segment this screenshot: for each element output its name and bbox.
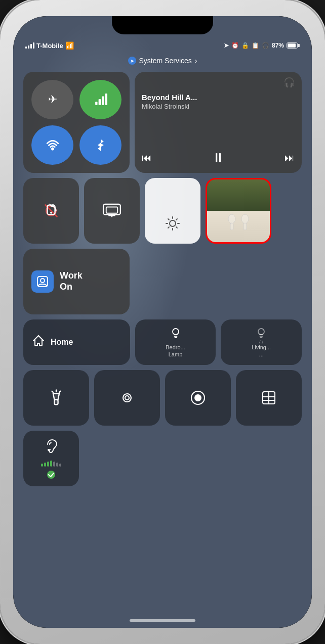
svg-line-31 <box>59 391 60 392</box>
location-icon: ➤ <box>224 42 229 49</box>
wifi-button[interactable] <box>31 125 73 165</box>
system-services-label: System Services <box>139 57 192 65</box>
svg-rect-3 <box>105 94 107 105</box>
work-on-row: Work On <box>23 249 302 314</box>
svg-point-7 <box>50 212 52 214</box>
hearing-button[interactable] <box>23 431 79 486</box>
airpods-battery-tile[interactable] <box>206 178 271 244</box>
svg-line-16 <box>176 227 177 228</box>
svg-point-25 <box>173 329 179 335</box>
svg-point-10 <box>170 220 176 226</box>
living-room-label: Living... ... <box>252 344 271 357</box>
svg-rect-9 <box>106 207 118 213</box>
bluetooth-button[interactable] <box>79 125 121 165</box>
airpods-small-icon: 🎧 <box>283 77 295 88</box>
svg-line-15 <box>168 219 169 220</box>
system-services-row[interactable]: ➤ System Services › <box>13 57 312 65</box>
airpods-icon <box>223 209 254 235</box>
svg-point-19 <box>228 214 235 223</box>
airplane-mode-button[interactable]: ✈ <box>31 80 73 119</box>
flashlight-button[interactable] <box>23 370 89 426</box>
hearing-icon <box>44 437 59 455</box>
home-button[interactable]: Home <box>23 319 130 365</box>
chevron-right-icon: › <box>195 57 197 65</box>
status-right: ➤ ⏰ 🔒 📋 🎧 87% <box>224 42 300 49</box>
song-artist: Mikolai Stroinski <box>142 103 295 110</box>
svg-rect-28 <box>54 400 58 405</box>
brightness-slider[interactable] <box>145 178 200 244</box>
bedroom-lamp-button[interactable]: Bedro... Lamp <box>135 319 216 365</box>
home-icon <box>31 334 46 351</box>
home-row: Home Bedro... <box>23 319 302 365</box>
home-indicator[interactable] <box>130 619 195 622</box>
svg-point-35 <box>194 394 201 401</box>
wifi-icon: 📶 <box>65 41 74 50</box>
carrier-label: T-Mobile <box>36 42 63 50</box>
status-left: T-Mobile 📶 <box>25 41 74 50</box>
svg-point-26 <box>258 329 264 335</box>
svg-rect-1 <box>98 99 100 105</box>
svg-line-30 <box>52 391 53 392</box>
signal-strength <box>25 42 34 49</box>
svg-line-18 <box>168 227 169 228</box>
lock-icon: 🔒 <box>241 42 249 49</box>
battery-indicator <box>287 42 300 49</box>
svg-rect-22 <box>243 223 247 230</box>
svg-rect-0 <box>95 102 97 105</box>
notch <box>112 16 213 34</box>
checkmark-icon <box>46 470 56 480</box>
phone-screen: T-Mobile 📶 ➤ ⏰ 🔒 📋 🎧 87% <box>13 16 312 628</box>
status-bar: T-Mobile 📶 ➤ ⏰ 🔒 📋 🎧 87% <box>13 38 312 53</box>
phone-frame: T-Mobile 📶 ➤ ⏰ 🔒 📋 🎧 87% <box>0 0 325 644</box>
top-row: ✈ <box>23 72 302 173</box>
alarm-icon: ⏰ <box>231 42 239 49</box>
bulb-icon <box>170 327 181 342</box>
screen-rotation-lock-button[interactable] <box>23 178 79 244</box>
sd-icon: 📋 <box>252 42 259 49</box>
play-pause-button[interactable]: ⏸ <box>212 150 225 166</box>
battery-percent-label: 87% <box>272 42 284 49</box>
hearing-level-bars <box>41 458 61 467</box>
screen-content: T-Mobile 📶 ➤ ⏰ 🔒 📋 🎧 87% <box>13 16 312 628</box>
svg-point-40 <box>48 449 50 451</box>
cellular-button[interactable] <box>79 80 121 119</box>
work-on-label: Work On <box>60 270 83 292</box>
living-room-button[interactable]: Living... ... ⏱ <box>221 319 302 365</box>
headphone-icon: 🎧 <box>262 42 269 49</box>
connectivity-tile: ✈ <box>23 72 130 173</box>
svg-rect-20 <box>230 223 233 230</box>
middle-row <box>23 178 302 244</box>
playback-controls: ⏮ ⏸ ⏭ <box>142 150 295 166</box>
work-on-icon <box>31 270 54 293</box>
svg-point-21 <box>241 214 249 223</box>
screen-mirror-button[interactable] <box>84 178 140 244</box>
svg-rect-33 <box>125 396 129 400</box>
svg-line-17 <box>176 219 177 220</box>
svg-rect-32 <box>123 394 131 402</box>
bottom-controls-row <box>23 370 302 426</box>
screen-record-button[interactable] <box>165 370 231 426</box>
svg-point-24 <box>40 279 45 283</box>
control-center: ✈ <box>23 72 302 486</box>
bedroom-lamp-label: Bedro... Lamp <box>166 344 185 357</box>
work-on-button[interactable]: Work On <box>23 249 130 314</box>
svg-rect-2 <box>102 97 104 105</box>
rotation-button[interactable] <box>94 370 160 426</box>
song-title: Beyond Hill A... <box>142 93 295 102</box>
calculator-button[interactable] <box>236 370 302 426</box>
next-track-button[interactable]: ⏭ <box>285 152 295 164</box>
svg-marker-27 <box>53 394 59 400</box>
hearing-row <box>23 431 302 486</box>
now-playing-info: Beyond Hill A... Mikolai Stroinski <box>142 93 295 110</box>
now-playing-tile[interactable]: 🎧 Beyond Hill A... Mikolai Stroinski ⏮ ⏸… <box>135 72 302 173</box>
location-services-dot: ➤ <box>128 57 136 65</box>
svg-point-4 <box>52 148 53 150</box>
home-label: Home <box>51 338 73 347</box>
sun-icon <box>165 216 180 235</box>
previous-track-button[interactable]: ⏮ <box>142 152 152 164</box>
